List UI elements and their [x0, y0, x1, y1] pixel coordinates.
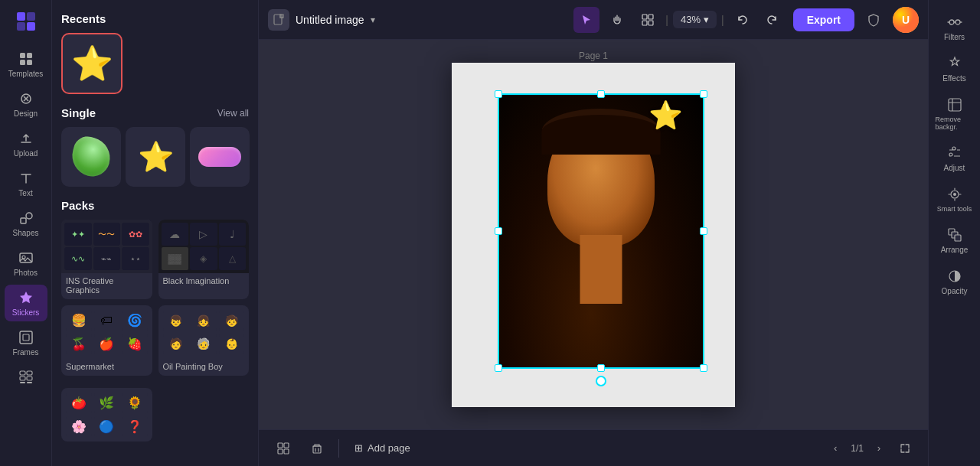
pack-black-imagination[interactable]: ☁ ▷ ♩ ▓▓ ◈ △ Black Imagination	[158, 220, 250, 299]
delete-page-button[interactable]	[305, 436, 329, 461]
packs-title: Packs	[61, 199, 94, 212]
page-nav: ‹ 1/1 ›	[826, 438, 916, 459]
page-label: Page 1	[579, 51, 608, 61]
canvas-image[interactable]	[498, 93, 704, 369]
pack-ins-creative-label: INS Creative Graphics	[61, 273, 152, 299]
templates-icon	[18, 51, 34, 67]
right-panel-smart-tools[interactable]: Smart tools	[933, 180, 977, 219]
pack-misc-1[interactable]: 🍅 🌿 🌻 🌸 🔵 ❓	[61, 388, 152, 442]
next-page-button[interactable]: ›	[870, 439, 888, 458]
right-panel-opacity[interactable]: Opacity	[933, 262, 977, 301]
svg-rect-7	[27, 60, 32, 65]
canvas-area[interactable]: Page 1	[259, 40, 928, 429]
effects-icon	[946, 55, 963, 72]
right-panel-adjust[interactable]: Adjust	[933, 138, 977, 178]
single-item-star[interactable]: ⭐	[126, 127, 185, 187]
sidebar-item-more[interactable]	[5, 364, 47, 390]
svg-rect-6	[20, 60, 25, 65]
svg-rect-38	[284, 449, 289, 454]
upload-icon	[18, 130, 34, 147]
shapes-label: Shapes	[13, 229, 39, 237]
svg-rect-17	[20, 376, 25, 380]
divider-1: |	[665, 14, 668, 26]
right-panel-filters[interactable]: Filters	[933, 8, 977, 47]
bottom-divider	[338, 439, 339, 458]
smart-tools-icon	[946, 186, 963, 203]
pack-ins-creative[interactable]: ✦✦ 〜〜 ✿✿ ∿∿ ⌁⌁ ⋆⋆ INS Creative Graphics	[61, 220, 152, 299]
single-item-clover[interactable]	[61, 127, 121, 187]
doc-title: Untitled image	[296, 14, 364, 26]
undo-button[interactable]	[729, 7, 755, 33]
rotate-handle[interactable]	[596, 376, 606, 386]
sidebar-item-upload[interactable]: Upload	[5, 125, 47, 162]
sidebar-item-stickers[interactable]: Stickers	[5, 285, 47, 321]
design-label: Design	[14, 109, 38, 118]
sidebar-item-design[interactable]: Design	[5, 86, 47, 122]
svg-rect-39	[313, 446, 321, 453]
select-tool-button[interactable]	[573, 7, 599, 33]
stickers-icon	[18, 289, 34, 306]
recent-star-item[interactable]: ⭐	[61, 33, 122, 94]
prev-page-button[interactable]: ‹	[826, 439, 844, 458]
pack-supermarket[interactable]: 🍔 🏷 🌀 🍒 🍎 🍓 Supermarket	[61, 305, 152, 376]
view-toggle-button[interactable]	[635, 7, 661, 33]
pack-oil-painting-label: Oil Painting Boy	[158, 359, 250, 376]
top-bar: Untitled image ▾	[259, 0, 928, 40]
zoom-level: 43%	[681, 14, 701, 25]
divider-2: |	[721, 14, 724, 26]
svg-rect-3	[27, 22, 35, 31]
app-logo[interactable]	[12, 8, 40, 35]
frames-label: Frames	[13, 348, 39, 357]
grid-view-button[interactable]	[271, 436, 296, 461]
right-panel: Filters Effects Remove backgr. Adjust	[928, 0, 980, 466]
expand-button[interactable]	[894, 438, 916, 459]
svg-rect-2	[17, 22, 25, 31]
more-icon	[18, 369, 34, 386]
sidebar-item-templates[interactable]: Templates	[5, 46, 47, 83]
upload-label: Upload	[14, 149, 38, 158]
svg-rect-15	[20, 371, 25, 375]
frames-icon	[18, 329, 34, 346]
svg-rect-13	[20, 331, 32, 344]
pack-oil-painting[interactable]: 👦 👧 🧒 🧑 🧓 👶 Oil Painting Boy	[158, 305, 250, 376]
redo-button[interactable]	[760, 7, 786, 33]
right-panel-remove-bg[interactable]: Remove backgr.	[933, 90, 977, 137]
view-all-button[interactable]: View all	[217, 108, 249, 119]
design-icon	[18, 90, 34, 107]
bottom-bar: ⊞ Add page ‹ 1/1 ›	[259, 429, 928, 466]
filters-label: Filters	[944, 33, 965, 41]
packs-grid: ✦✦ 〜〜 ✿✿ ∿∿ ⌁⌁ ⋆⋆ INS Creative Graphics …	[61, 220, 249, 299]
svg-rect-20	[27, 382, 32, 383]
svg-rect-18	[27, 376, 32, 380]
right-panel-arrange[interactable]: Arrange	[933, 220, 977, 260]
sidebar-item-photos[interactable]: Photos	[5, 245, 47, 282]
svg-rect-26	[648, 21, 653, 25]
recents-title: Recents	[61, 12, 249, 25]
sidebar-item-text[interactable]: Text	[5, 165, 47, 202]
sidebar-item-shapes[interactable]: Shapes	[5, 205, 47, 242]
add-page-button[interactable]: ⊞ Add page	[348, 439, 416, 457]
adjust-label: Adjust	[944, 164, 965, 172]
shapes-icon	[18, 210, 34, 226]
stickers-label: Stickers	[12, 308, 40, 317]
svg-point-10	[26, 213, 32, 219]
svg-rect-47	[955, 235, 961, 241]
svg-rect-9	[21, 218, 26, 223]
sidebar-item-frames[interactable]: Frames	[5, 324, 47, 361]
right-panel-effects[interactable]: Effects	[933, 49, 977, 89]
svg-rect-37	[278, 449, 283, 454]
hand-tool-button[interactable]	[604, 7, 630, 33]
export-button[interactable]: Export	[793, 8, 854, 31]
photos-icon	[18, 249, 34, 266]
svg-rect-4	[20, 53, 25, 58]
arrange-label: Arrange	[941, 246, 969, 254]
user-avatar[interactable]: U	[893, 7, 919, 33]
canvas-star-sticker[interactable]: ⭐	[648, 99, 683, 132]
top-bar-left: Untitled image ▾	[268, 9, 566, 31]
single-item-pill[interactable]	[190, 127, 250, 187]
zoom-control[interactable]: 43% ▾	[673, 11, 717, 28]
svg-rect-42	[949, 99, 961, 111]
doc-chevron-icon[interactable]: ▾	[371, 15, 375, 25]
shield-button[interactable]	[861, 7, 887, 33]
filters-icon	[946, 14, 963, 31]
